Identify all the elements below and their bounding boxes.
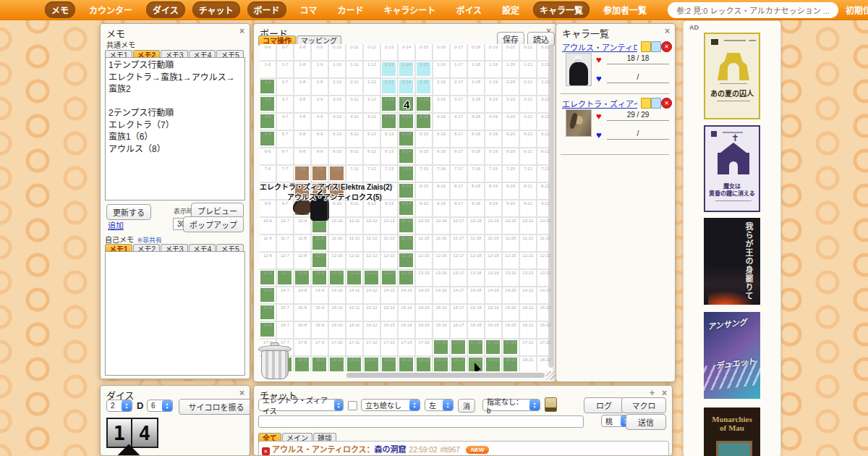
board-cell[interactable]: 2-14 (399, 79, 416, 96)
board-cell[interactable]: 0-7 (277, 44, 294, 62)
board-cell[interactable]: 6-7 (277, 148, 294, 166)
board-cell[interactable]: 6-14 (399, 148, 416, 166)
board-cell[interactable]: 16-11 (346, 322, 364, 339)
board-cell[interactable]: 2-13 (381, 79, 399, 96)
board-cell[interactable]: 3-13 (381, 96, 399, 114)
board-cell[interactable]: 8-21 (520, 183, 537, 200)
board-cell[interactable]: 12-13 (381, 253, 399, 270)
board-cell[interactable]: 16-10 (329, 322, 346, 339)
log-button[interactable]: ログ (584, 397, 624, 413)
board-cell[interactable]: 4-8 (294, 114, 312, 131)
board-cell[interactable]: 1-19 (485, 62, 503, 79)
board-cell[interactable]: 8-15 (416, 183, 433, 200)
image-attach-icon[interactable] (545, 397, 557, 412)
board-cell[interactable]: 6-21 (520, 148, 537, 166)
board-cell[interactable]: 0-16 (433, 44, 451, 62)
copy-icon[interactable] (651, 41, 661, 52)
board-cell[interactable]: 10-13 (381, 218, 399, 235)
board-cell[interactable]: 4-11 (346, 114, 364, 131)
board-cell[interactable]: 15-17 (451, 305, 468, 322)
board-cell[interactable]: 5-10 (329, 131, 346, 148)
send-button[interactable]: 送信 (626, 414, 666, 430)
board-cell[interactable]: 3-19 (485, 96, 503, 114)
toolbar-item[interactable]: ダイス (146, 1, 185, 18)
board-cell[interactable]: 4-15 (416, 114, 433, 131)
board-cell[interactable]: 2-17 (451, 79, 468, 96)
close-icon[interactable]: × (662, 388, 667, 398)
close-icon[interactable]: × (665, 26, 670, 36)
trash-icon[interactable] (257, 342, 292, 380)
board-cell[interactable]: 13-6 (260, 270, 277, 287)
board-cell[interactable]: 1-21 (520, 62, 537, 79)
close-icon[interactable]: × (239, 388, 244, 398)
board-cell[interactable]: 0-10 (329, 44, 346, 62)
board-cell[interactable]: 9-11 (346, 200, 364, 218)
board-cell[interactable]: 8-20 (503, 183, 520, 200)
board-cell[interactable]: 10-18 (468, 218, 485, 235)
chat-log[interactable]: ✕アウルス・アンティロクス：森の洞窟22:59:02#lt967NEW ✕アウル… (258, 441, 669, 456)
board-cell[interactable]: 15-11 (346, 305, 364, 322)
self-memo-textarea[interactable] (105, 251, 245, 376)
board-cell[interactable]: 14-10 (329, 287, 346, 305)
board-cell[interactable]: 11-10 (329, 235, 346, 253)
add-link[interactable]: 追加 (108, 219, 124, 231)
board-cell[interactable]: 1-14 (399, 62, 416, 79)
board-cell[interactable]: 1-15 (416, 62, 433, 79)
board-cell[interactable]: 9-14 (399, 200, 416, 218)
board-cell[interactable]: 13-19 (485, 270, 503, 287)
memo-note-icon[interactable] (641, 98, 651, 109)
board-cell[interactable]: 0-6 (260, 44, 277, 62)
board-cell[interactable]: 3-11 (346, 96, 364, 114)
popup-button[interactable]: ポップアップ (183, 216, 244, 232)
board-cell[interactable]: 16-21 (520, 322, 537, 339)
board-cell[interactable]: 11-19 (485, 235, 503, 253)
speaker-checkbox[interactable] (348, 401, 357, 410)
board-cell[interactable]: 7-17 (451, 166, 468, 183)
board-cell[interactable]: 17-20 (503, 339, 520, 357)
board-cell[interactable]: 14-17 (451, 287, 468, 305)
board-cell[interactable]: 6-13 (381, 148, 399, 166)
toolbar-item[interactable]: 参加者一覧 (597, 1, 653, 18)
board-cell[interactable]: 13-18 (468, 270, 485, 287)
board-cell[interactable]: 13-14 (399, 270, 416, 287)
board-cell[interactable]: 3-9 (312, 96, 329, 114)
board-cell[interactable]: 14-11 (346, 287, 364, 305)
board-cell[interactable]: 11-11 (346, 235, 364, 253)
board-cell[interactable]: 2-11 (346, 79, 364, 96)
board-cell[interactable]: 18-16 (433, 357, 451, 371)
board-cell[interactable]: 17-19 (485, 339, 503, 357)
board-cell[interactable]: 12-16 (433, 253, 451, 270)
board-cell[interactable]: 7-20 (503, 166, 520, 183)
board-cell[interactable]: 3-10 (329, 96, 346, 114)
board-cell[interactable]: 7-14 (399, 166, 416, 183)
board-cell[interactable]: 11-16 (433, 235, 451, 253)
board-cell[interactable]: 18-17 (451, 357, 468, 371)
board-cell[interactable]: 16-20 (503, 322, 520, 339)
board-cell[interactable]: 13-8 (294, 270, 312, 287)
resize-grip[interactable] (546, 371, 555, 380)
board-cell[interactable]: 2-7 (277, 79, 294, 96)
board-cell[interactable]: 2-10 (329, 79, 346, 96)
board-cell[interactable]: 16-19 (485, 322, 503, 339)
board-cell[interactable]: 7-21 (520, 166, 537, 183)
vertical-scrollbar[interactable] (548, 44, 553, 368)
board-cell[interactable]: 5-20 (503, 131, 520, 148)
board-cell[interactable]: 15-12 (364, 305, 381, 322)
board-cell[interactable]: 1-10 (329, 62, 346, 79)
target-select[interactable]: 指定なし：b▲▼ (482, 399, 540, 411)
board-cell[interactable]: 8-16 (433, 183, 451, 200)
map-marker-4[interactable]: 4 (404, 98, 409, 111)
board-cell[interactable]: 2-12 (364, 79, 381, 96)
board-cell[interactable]: 5-18 (468, 131, 485, 148)
board-cell[interactable]: 0-8 (294, 44, 312, 62)
board-cell[interactable]: 9-16 (433, 200, 451, 218)
board-cell[interactable]: 4-19 (485, 114, 503, 131)
board-cell[interactable]: 6-9 (312, 148, 329, 166)
board-cell[interactable]: 16-6 (260, 322, 277, 339)
board-cell[interactable]: 5-12 (364, 131, 381, 148)
dice-count-select[interactable]: 2▲▼ (106, 400, 132, 412)
character-name-link[interactable]: アウルス・アンティロクス (562, 41, 637, 53)
board-cell[interactable]: 11-17 (451, 235, 468, 253)
board-cell[interactable]: 10-12 (364, 218, 381, 235)
board-cell[interactable]: 9-6 (260, 200, 277, 218)
